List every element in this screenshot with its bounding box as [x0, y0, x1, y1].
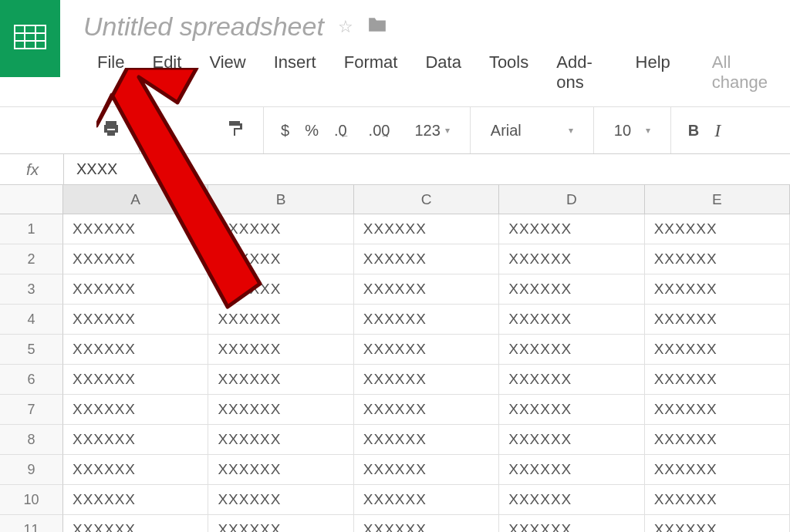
cell[interactable]: XXXXXX — [499, 274, 644, 305]
cell[interactable]: XXXXXX — [499, 455, 644, 485]
cell[interactable]: XXXXXX — [208, 395, 353, 425]
print-button[interactable] — [93, 112, 130, 149]
cell[interactable]: XXXXXX — [63, 365, 208, 395]
increase-decimal-button[interactable]: .00→ — [361, 122, 398, 140]
cell[interactable]: XXXXXX — [354, 485, 499, 515]
row-header[interactable]: 11 — [0, 515, 63, 532]
cell[interactable]: XXXXXX — [645, 335, 790, 365]
cell[interactable]: XXXXXX — [354, 214, 499, 244]
sheets-logo[interactable] — [0, 0, 60, 77]
row-header[interactable]: 7 — [0, 395, 63, 425]
menu-view[interactable]: View — [195, 48, 259, 97]
menu-addons[interactable]: Add-ons — [542, 48, 621, 97]
cell[interactable]: XXXXXX — [63, 335, 208, 365]
cell[interactable]: XXXXXX — [499, 515, 644, 532]
cell[interactable]: XXXXXX — [208, 485, 353, 515]
cell[interactable]: XXXXXX — [354, 244, 499, 274]
column-header-d[interactable]: D — [499, 185, 644, 214]
table-row: 2XXXXXXXXXXXXXXXXXXXXXXXXXXXXXX — [0, 244, 790, 274]
cell[interactable]: XXXXXX — [354, 395, 499, 425]
row-header[interactable]: 8 — [0, 425, 63, 455]
cell[interactable]: XXXXXX — [208, 335, 353, 365]
cell[interactable]: XXXXXX — [645, 214, 790, 244]
column-header-b[interactable]: B — [208, 185, 353, 214]
cell[interactable]: XXXXXX — [354, 335, 499, 365]
paint-format-button[interactable] — [217, 112, 254, 149]
cell[interactable]: XXXXXX — [63, 274, 208, 305]
cell[interactable]: XXXXXX — [354, 425, 499, 455]
row-header[interactable]: 3 — [0, 274, 63, 305]
font-family-dropdown[interactable]: Arial▾ — [480, 122, 584, 140]
more-formats-dropdown[interactable]: 123▾ — [403, 122, 460, 140]
menu-insert[interactable]: Insert — [260, 48, 330, 97]
row-header[interactable]: 10 — [0, 485, 63, 515]
cell[interactable]: XXXXXX — [499, 305, 644, 335]
cell[interactable]: XXXXXX — [63, 515, 208, 532]
row-header[interactable]: 5 — [0, 335, 63, 365]
cell[interactable]: XXXXXX — [499, 395, 644, 425]
cell[interactable]: XXXXXX — [63, 425, 208, 455]
cell[interactable]: XXXXXX — [354, 305, 499, 335]
row-header[interactable]: 1 — [0, 214, 63, 244]
cell[interactable]: XXXXXX — [63, 244, 208, 274]
cell[interactable]: XXXXXX — [208, 214, 353, 244]
cell[interactable]: XXXXXX — [645, 485, 790, 515]
cell[interactable]: XXXXXX — [208, 425, 353, 455]
cell[interactable]: XXXXXX — [208, 515, 353, 532]
cell[interactable]: XXXXXX — [63, 455, 208, 485]
row-header[interactable]: 4 — [0, 305, 63, 335]
star-icon[interactable]: ☆ — [338, 17, 353, 37]
column-header-e[interactable]: E — [645, 185, 790, 214]
menu-format[interactable]: Format — [330, 48, 412, 97]
cell[interactable]: XXXXXX — [208, 244, 353, 274]
cell[interactable]: XXXXXX — [208, 365, 353, 395]
formula-input[interactable] — [64, 160, 790, 178]
cell[interactable]: XXXXXX — [645, 395, 790, 425]
cell[interactable]: XXXXXX — [208, 274, 353, 305]
folder-icon[interactable] — [367, 16, 387, 38]
cell[interactable]: XXXXXX — [354, 365, 499, 395]
cell[interactable]: XXXXXX — [63, 485, 208, 515]
cell[interactable]: XXXXXX — [208, 305, 353, 335]
row-header[interactable]: 9 — [0, 455, 63, 485]
cell[interactable]: XXXXXX — [645, 455, 790, 485]
cell[interactable]: XXXXXX — [499, 214, 644, 244]
row-header[interactable]: 2 — [0, 244, 63, 274]
cell[interactable]: XXXXXX — [499, 335, 644, 365]
document-title[interactable]: Untitled spreadsheet — [83, 12, 324, 42]
cell[interactable]: XXXXXX — [645, 515, 790, 532]
menu-help[interactable]: Help — [622, 48, 684, 97]
cell[interactable]: XXXXXX — [645, 244, 790, 274]
menu-data[interactable]: Data — [411, 48, 474, 97]
column-header-c[interactable]: C — [354, 185, 499, 214]
cell[interactable]: XXXXXX — [645, 425, 790, 455]
row-header[interactable]: 6 — [0, 365, 63, 395]
cell[interactable]: XXXXXX — [499, 485, 644, 515]
cell[interactable]: XXXXXX — [499, 244, 644, 274]
cell[interactable]: XXXXXX — [645, 274, 790, 305]
format-percent-button[interactable]: % — [297, 122, 326, 140]
decrease-decimal-button[interactable]: .0← — [326, 122, 355, 140]
menu-tools[interactable]: Tools — [475, 48, 542, 97]
format-currency-button[interactable]: $ — [273, 122, 297, 140]
font-size-dropdown[interactable]: 10▾ — [603, 122, 661, 140]
cell[interactable]: XXXXXX — [63, 214, 208, 244]
cell[interactable]: XXXXXX — [63, 305, 208, 335]
spreadsheet-grid: A B C D E 1XXXXXXXXXXXXXXXXXXXXXXXXXXXXX… — [0, 185, 790, 532]
menu-file[interactable]: File — [83, 48, 138, 97]
cell[interactable]: XXXXXX — [208, 455, 353, 485]
print-icon — [102, 120, 120, 141]
italic-button[interactable]: I — [707, 120, 728, 141]
cell[interactable]: XXXXXX — [645, 305, 790, 335]
column-header-a[interactable]: A — [63, 185, 208, 214]
select-all-corner[interactable] — [0, 185, 63, 214]
cell[interactable]: XXXXXX — [354, 515, 499, 532]
bold-button[interactable]: B — [680, 122, 707, 140]
cell[interactable]: XXXXXX — [499, 425, 644, 455]
cell[interactable]: XXXXXX — [63, 395, 208, 425]
menu-edit[interactable]: Edit — [138, 48, 195, 97]
cell[interactable]: XXXXXX — [354, 274, 499, 305]
cell[interactable]: XXXXXX — [645, 365, 790, 395]
cell[interactable]: XXXXXX — [499, 365, 644, 395]
cell[interactable]: XXXXXX — [354, 455, 499, 485]
